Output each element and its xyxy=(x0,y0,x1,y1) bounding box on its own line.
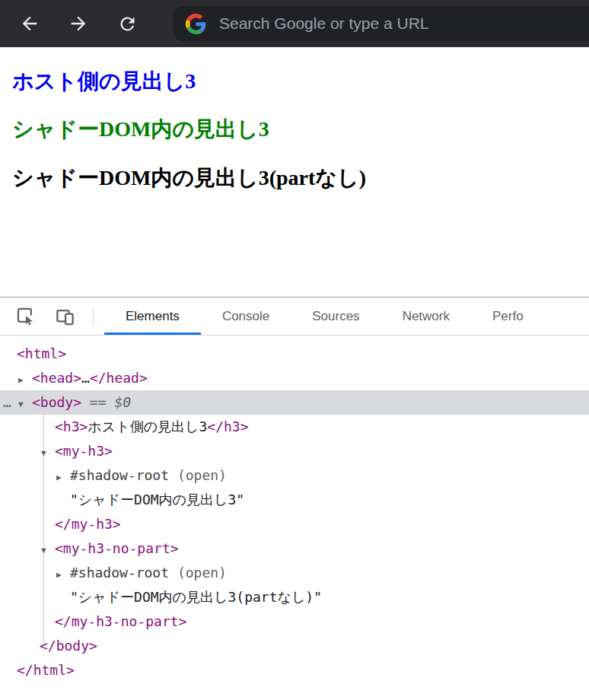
more-actions-icon[interactable]: … xyxy=(3,390,12,415)
collapse-arrow-icon[interactable]: ▼ xyxy=(18,393,32,417)
tree-row[interactable]: "シャドーDOM内の見出し3(partなし)" xyxy=(0,585,589,609)
node-text: "シャドーDOM内の見出し3" xyxy=(70,492,244,508)
google-logo-icon xyxy=(186,14,206,34)
node-text: <my-h3> xyxy=(55,443,113,459)
omnibox[interactable] xyxy=(174,6,589,41)
node-text: </head> xyxy=(90,370,148,386)
node-text: <head> xyxy=(32,370,81,386)
device-toolbar-button[interactable] xyxy=(53,305,76,328)
tab-perfo[interactable]: Perfo xyxy=(471,298,545,335)
shadow-dom-no-part-heading: シャドーDOM内の見出し3(partなし) xyxy=(12,164,589,192)
collapse-arrow-icon[interactable]: ▼ xyxy=(41,539,55,563)
inspect-cursor-icon xyxy=(15,306,36,326)
tab-network[interactable]: Network xyxy=(381,298,471,335)
node-text: $0 xyxy=(114,394,131,410)
toolbar-divider xyxy=(93,307,94,326)
node-text: (open) xyxy=(169,467,227,483)
tree-row[interactable]: </my-h3-no-part> xyxy=(0,609,589,634)
tab-sources[interactable]: Sources xyxy=(291,298,380,335)
forward-icon xyxy=(68,13,89,34)
node-text: </h3> xyxy=(207,418,248,434)
inspect-element-button[interactable] xyxy=(14,305,37,328)
devtools-tabs: ElementsConsoleSourcesNetworkPerfo xyxy=(104,298,545,335)
node-text: </my-h3-no-part> xyxy=(55,613,186,629)
back-icon xyxy=(19,13,40,34)
shadow-dom-heading: シャドーDOM内の見出し3 xyxy=(12,116,589,143)
devtools-toolbar: ElementsConsoleSourcesNetworkPerfo xyxy=(0,298,589,336)
tab-elements[interactable]: Elements xyxy=(104,298,201,335)
node-text: … xyxy=(81,370,90,386)
reload-button[interactable] xyxy=(116,12,138,35)
node-text: <my-h3-no-part> xyxy=(55,540,179,556)
expand-arrow-icon[interactable]: ▶ xyxy=(56,563,70,587)
expand-arrow-icon[interactable]: ▶ xyxy=(56,466,70,490)
node-text: #shadow-root xyxy=(70,467,169,483)
tree-row[interactable]: </html> xyxy=(0,658,589,682)
tree-row[interactable]: <h3>ホスト側の見出し3</h3> xyxy=(0,415,589,439)
tree-row[interactable]: </my-h3> xyxy=(0,512,589,536)
node-text: #shadow-root xyxy=(70,565,169,581)
expand-arrow-icon[interactable]: ▶ xyxy=(18,368,32,393)
page-content: ホスト側の見出し3 シャドーDOM内の見出し3 シャドーDOM内の見出し3(pa… xyxy=(0,47,589,297)
browser-toolbar xyxy=(0,0,589,47)
node-text: "シャドーDOM内の見出し3(partなし)" xyxy=(70,589,322,605)
tree-row[interactable]: ▼<my-h3> xyxy=(0,439,589,463)
tree-row[interactable]: ▶#shadow-root (open) xyxy=(0,561,589,585)
tree-row[interactable]: "シャドーDOM内の見出し3" xyxy=(0,488,589,512)
node-text: <html> xyxy=(17,345,66,361)
node-text: </body> xyxy=(40,638,97,654)
device-toolbar-icon xyxy=(55,306,75,326)
node-text: <h3> xyxy=(55,418,88,434)
node-text: <body> xyxy=(32,394,81,410)
reload-icon xyxy=(117,14,138,34)
elements-tree: <html>▶<head>…</head>…▼<body> == $0<h3>ホ… xyxy=(0,336,589,700)
tab-console[interactable]: Console xyxy=(201,298,291,335)
host-heading: ホスト側の見出し3 xyxy=(12,68,589,95)
collapse-arrow-icon[interactable]: ▼ xyxy=(41,441,55,466)
devtools-panel: ElementsConsoleSourcesNetworkPerfo <html… xyxy=(0,297,589,700)
node-text: (open) xyxy=(169,565,227,581)
tree-row[interactable]: ▶<head>…</head> xyxy=(0,366,589,390)
forward-button[interactable] xyxy=(67,12,90,35)
node-text: </my-h3> xyxy=(55,516,121,532)
tree-row[interactable]: </body> xyxy=(0,634,589,658)
tree-row[interactable]: ▼<my-h3-no-part> xyxy=(0,536,589,561)
tree-row[interactable]: <html> xyxy=(0,342,589,366)
url-input[interactable] xyxy=(218,14,589,33)
back-button[interactable] xyxy=(18,12,41,35)
tree-row[interactable]: …▼<body> == $0 xyxy=(0,390,589,415)
tree-row[interactable]: ▶#shadow-root (open) xyxy=(0,463,589,488)
node-text: == xyxy=(81,394,114,410)
node-text: </html> xyxy=(17,662,75,678)
node-text: ホスト側の見出し3 xyxy=(88,418,207,434)
